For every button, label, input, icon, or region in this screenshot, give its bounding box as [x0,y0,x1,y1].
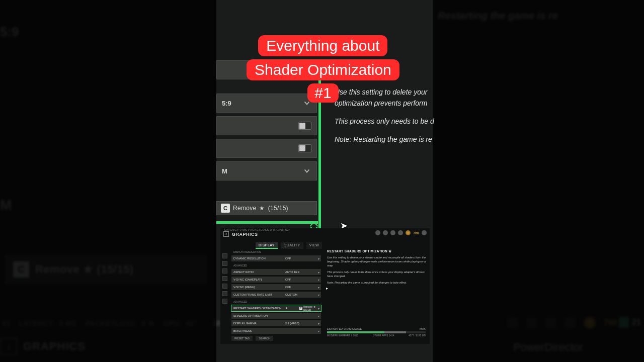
vram-max: MAX [420,327,426,330]
vram-legend-other: OTHER APPS 1414 [373,334,394,337]
mini-setting-row[interactable]: V-SYNC (GAMEPLAY)OFF▾ [231,277,321,283]
mini-desc-p3: Note: Restarting the game is required fo… [327,281,428,285]
remove-count: (15/15) [268,205,288,212]
cat-icon[interactable] [222,291,227,296]
mini-footer: RESET TAB SEARCH [231,336,273,341]
mini-desc-title: RESTART SHADERS OPTIMIZATION ★ [327,249,428,253]
chevron-down-icon: ▾ [318,314,319,318]
mini-settings-window: LATENCY 0 MS PACKETLOSS 0 % GPU: 62° ‹ G… [220,228,430,344]
vram-legend-game: MODERN WARFARE II 2013 [327,334,358,337]
chevron-down-icon: ▾ [318,270,319,274]
coin-icon [406,230,411,235]
mini-setting-row[interactable]: RESTART SHADERS OPTIMIZATION★▾C Remove ★… [231,305,321,311]
reset-tab-button[interactable]: RESET TAB [231,336,253,341]
mini-setting-row[interactable]: DISPLAY GAMMA2.2 (sRGB)▾ [231,320,321,326]
cat-icon[interactable] [222,284,227,289]
chevron-down-icon: ▾ [318,293,319,297]
toggle-icon[interactable] [298,144,311,152]
mini-section-header: ADVANCED [231,299,321,304]
mini-points: 760 [413,231,419,235]
chevron-down-icon: ▾ [318,286,319,289]
search-button[interactable]: SEARCH [256,336,273,341]
chevron-down-icon: ▾ [318,322,319,325]
tab-quality[interactable]: QUALITY [281,242,303,249]
gear-icon[interactable] [398,230,403,235]
mini-desc-p1: Use this setting to delete your shader c… [327,255,428,267]
setting-row-toggle-3[interactable] [216,139,317,158]
mini-description-panel: RESTART SHADERS OPTIMIZATION ★ Use this … [327,249,428,287]
chevron-down-icon [302,166,311,175]
star-icon: ★ [259,205,265,212]
description-line-3: This process only needs to be d [335,116,546,127]
tab-display[interactable]: DISPLAY [256,242,278,249]
video-pillarbox-right [433,0,644,362]
mini-setting-value: AUTO 16:9 [285,270,315,274]
headset-icon[interactable] [383,230,388,235]
selection-highlight-rail-bottom [216,221,318,224]
remove-favorites-button[interactable]: C Remove ★ (15/15) [216,201,317,215]
description-line-4: Note: Restarting the game is re [335,134,546,145]
mini-breadcrumb: ‹ GRAPHICS [223,231,258,237]
expand-icon[interactable] [310,222,318,228]
chevron-down-icon: ▾ [318,278,319,282]
mini-setting-value: OFF [285,278,315,281]
chevron-down-icon: ▾ [318,257,319,260]
mini-title: GRAPHICS [232,232,258,237]
cat-icon[interactable] [222,253,227,258]
caption-line-2: Shader Optimization [247,59,399,80]
mini-section-header: DISPLAY RESOLUTION [231,249,321,254]
vram-usage: ESTIMATED VRAM USAGE MAX MODERN WARFARE … [327,327,426,337]
mini-setting-value: CUSTOM [285,293,315,296]
cat-icon[interactable] [222,299,227,304]
mini-setting-value: 2.2 (sRGB) [285,322,315,325]
custom-value: M [222,167,227,175]
mini-setting-row[interactable]: CUSTOM FRAME RATE LIMITCUSTOM▾ [231,292,321,298]
caption-line-1: Everything about [258,35,387,56]
caption-overlay: Everything about Shader Optimization #1 [247,35,399,103]
back-button[interactable]: ‹ [223,231,229,237]
cat-icon[interactable] [222,276,227,281]
keycap-c-icon: C [221,204,230,213]
vram-label: ESTIMATED VRAM USAGE [327,327,362,330]
mini-category-rail [222,253,228,304]
chevron-down-icon: ▾ [318,329,319,333]
mini-setting-row[interactable]: DYNAMIC RESOLUTIONOFF▾ [231,255,321,261]
bell-icon[interactable] [390,230,395,235]
setting-row-custom[interactable]: M [216,161,317,180]
toggle-icon[interactable] [298,122,311,130]
cat-icon[interactable] [222,268,227,274]
mini-settings-list: DISPLAY RESOLUTIONDYNAMIC RESOLUTIONOFF▾… [231,249,321,334]
mini-tabs: DISPLAY QUALITY VIEW [256,242,322,249]
remove-label: Remove [233,205,256,212]
mini-setting-row[interactable]: BRIGHTNESS▾ [231,328,321,334]
mini-setting-row[interactable]: SHADERS OPTIMIZATION▾ [231,313,321,319]
mini-cursor-icon: ▸ [326,286,328,291]
mini-setting-value: OFF [285,257,315,260]
mini-desc-p2: This process only needs to be done once … [327,270,428,278]
vram-legend-total: 4577 / 8192 MB [409,334,426,337]
setting-row-toggle-2[interactable] [216,116,317,135]
mini-status-bar: 760 [375,230,427,235]
mini-setting-row[interactable]: ASPECT RATIOAUTO 16:9▾ [231,269,321,275]
cat-icon[interactable] [222,261,227,266]
vram-bar [327,331,426,333]
grid-icon[interactable] [375,230,380,235]
video-pillarbox-left [0,0,216,362]
center-video-column: 5:9 M C Remove ★ (15/15) AD [216,0,433,362]
party-icon[interactable] [422,230,427,235]
tab-view[interactable]: VIEW [306,242,323,249]
mini-section-header: ADVANCED [231,263,321,267]
remove-star-hint: C Remove ★ (15/15) [299,306,319,310]
mini-setting-row[interactable]: V-SYNC (MENU)OFF▾ [231,284,321,290]
aspect-ratio-value: 5:9 [222,100,231,107]
mini-setting-value: OFF [285,286,315,289]
caption-line-3: #1 [307,83,338,103]
